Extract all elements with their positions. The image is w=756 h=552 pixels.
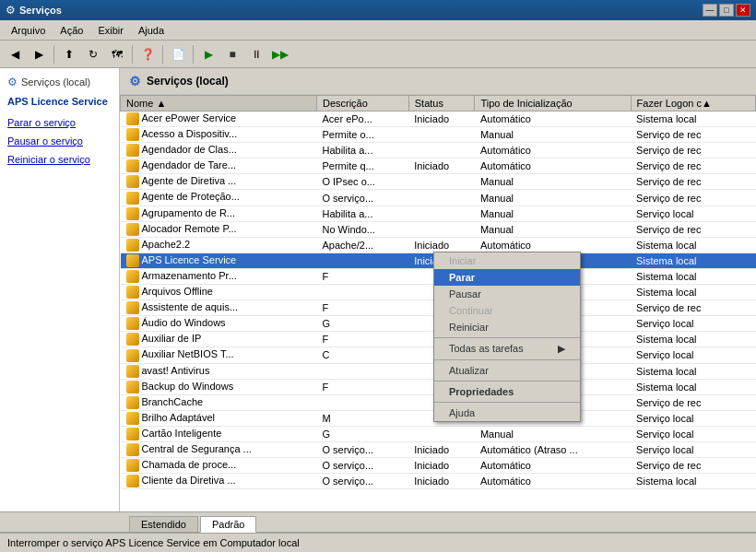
col-tipo[interactable]: Tipo de Inicialização <box>475 96 631 112</box>
cell-desc: O serviço... <box>316 458 408 474</box>
cell-desc: M <box>316 410 408 426</box>
minimize-button[interactable]: — <box>703 4 717 17</box>
right-header-title: Serviços (local) <box>147 75 229 88</box>
table-row[interactable]: Central de Segurança ...O serviço...Inic… <box>121 441 756 457</box>
table-row[interactable]: Cartão InteligenteGManualServiço local <box>121 426 756 441</box>
cell-logon: Sistema local <box>631 332 755 347</box>
col-logon[interactable]: Fazer Logon c▲ <box>631 96 755 112</box>
cell-logon: Serviço de rec <box>631 174 755 190</box>
tab-padrao[interactable]: Padrão <box>200 516 256 533</box>
col-nome[interactable]: Nome ▲ <box>121 96 317 112</box>
context-menu-item[interactable]: Reiniciar <box>434 319 580 335</box>
export-button[interactable]: 📄 <box>167 44 189 65</box>
stop-service-link[interactable]: Parar o serviço <box>7 114 112 133</box>
cell-status <box>408 143 475 159</box>
table-row[interactable]: Agente de Diretiva ...O IPsec o...Manual… <box>121 174 756 190</box>
cell-logon: Sistema local <box>631 253 755 268</box>
table-row[interactable]: Acesso a Dispositiv...Permite o...Manual… <box>121 127 756 143</box>
stop-button[interactable]: ■ <box>221 44 243 65</box>
cell-desc: Acer ePo... <box>316 112 408 127</box>
context-menu: IniciarPararPausarContinuarReiniciarToda… <box>433 252 581 422</box>
table-row[interactable]: Agendador de Clas...Habilita a...Automát… <box>121 143 756 159</box>
cell-name: Agendador de Tare... <box>121 159 317 174</box>
maximize-button[interactable]: □ <box>719 4 734 17</box>
table-row[interactable]: Cliente da Diretiva ...O serviço...Inici… <box>121 474 756 489</box>
cell-name: Backup do Windows <box>121 379 317 394</box>
toolbar-separator-3 <box>162 45 163 64</box>
title-bar: ⚙ Serviços — □ ✕ <box>0 0 756 20</box>
cell-name: Armazenamento Pr... <box>121 268 317 284</box>
cell-logon: Serviço de rec <box>631 221 755 237</box>
cell-init: Manual <box>475 426 631 441</box>
up-button[interactable]: ⬆ <box>58 44 80 65</box>
context-menu-item[interactable]: Todas as tarefas▶ <box>434 340 580 358</box>
cell-init: Manual <box>475 174 631 190</box>
left-panel-title: ⚙ Serviços (local) <box>7 76 112 88</box>
table-row[interactable]: Agendador de Tare...Permite q...Iniciado… <box>121 159 756 174</box>
table-container[interactable]: Nome ▲ Descrição Status Tipo de Iniciali… <box>120 95 756 511</box>
cell-desc: F <box>316 300 408 316</box>
toolbar-separator-2 <box>132 45 133 64</box>
context-menu-separator <box>434 402 580 403</box>
col-descricao[interactable]: Descrição <box>316 96 408 112</box>
cell-name: Cartão Inteligente <box>121 426 317 441</box>
cell-status <box>408 127 475 143</box>
pause-button[interactable]: ⏸ <box>245 44 267 65</box>
menu-arquivo[interactable]: Arquivo <box>4 23 53 38</box>
table-row[interactable]: Apache2.2Apache/2...IniciadoAutomáticoSi… <box>121 237 756 253</box>
menu-bar: Arquivo Ação Exibir Ajuda <box>0 20 756 41</box>
restart-service-link[interactable]: Reiniciar o serviço <box>7 151 112 170</box>
cell-desc: Habilita a... <box>316 206 408 221</box>
cell-logon: Serviço local <box>631 206 755 221</box>
cell-desc: Apache/2... <box>316 237 408 253</box>
selected-service-name: APS Licence Service <box>7 96 112 107</box>
table-row[interactable]: Agrupamento de R...Habilita a...ManualSe… <box>121 206 756 221</box>
cell-status: Iniciado <box>408 237 475 253</box>
cell-logon: Sistema local <box>631 268 755 284</box>
help-button[interactable]: ❓ <box>136 44 159 65</box>
context-menu-item[interactable]: Parar <box>434 269 580 286</box>
left-links: Parar o serviço Pausar o serviço Reinici… <box>7 114 112 169</box>
cell-name: Acesso a Dispositiv... <box>121 127 317 143</box>
cell-desc: O serviço... <box>316 441 408 457</box>
context-menu-item[interactable]: Ajuda <box>434 405 580 421</box>
cell-status <box>408 206 475 221</box>
context-menu-item: Iniciar <box>434 253 580 269</box>
cell-name: Cliente da Diretiva ... <box>121 474 317 489</box>
cell-init: Manual <box>475 127 631 143</box>
context-menu-item[interactable]: Propriedades <box>434 383 580 400</box>
play-button[interactable]: ▶ <box>197 44 219 65</box>
refresh-button[interactable]: ↻ <box>82 44 104 65</box>
cell-init: Automático (Atraso ... <box>475 441 631 457</box>
cell-desc <box>316 363 408 379</box>
table-row[interactable]: Agente de Proteção...O serviço...ManualS… <box>121 190 756 206</box>
table-row[interactable]: Alocador Remote P...No Windo...ManualSer… <box>121 221 756 237</box>
back-button[interactable]: ◀ <box>4 44 26 65</box>
title-bar-left: ⚙ Serviços <box>6 4 62 17</box>
context-menu-item[interactable]: Pausar <box>434 286 580 302</box>
restart-button[interactable]: ▶▶ <box>269 44 291 65</box>
menu-acao[interactable]: Ação <box>53 23 90 38</box>
cell-init: Manual <box>475 221 631 237</box>
cell-name: Arquivos Offline <box>121 285 317 300</box>
cell-init: Automático <box>475 458 631 474</box>
close-button[interactable]: ✕ <box>736 4 750 17</box>
context-menu-item[interactable]: Atualizar <box>434 362 580 379</box>
cell-init: Manual <box>475 190 631 206</box>
window-icon: ⚙ <box>6 4 16 17</box>
cell-desc: O serviço... <box>316 190 408 206</box>
cell-name: APS Licence Service <box>121 253 317 268</box>
cell-name: Agente de Diretiva ... <box>121 174 317 190</box>
pause-service-link[interactable]: Pausar o serviço <box>7 133 112 151</box>
cell-name: Assistente de aquis... <box>121 300 317 316</box>
tab-estendido[interactable]: Estendido <box>129 516 198 532</box>
toolbar: ◀ ▶ ⬆ ↻ 🗺 ❓ 📄 ▶ ■ ⏸ ▶▶ <box>0 41 756 68</box>
cell-logon: Sistema local <box>631 363 755 379</box>
menu-ajuda[interactable]: Ajuda <box>131 23 171 38</box>
table-row[interactable]: Acer ePower ServiceAcer ePo...IniciadoAu… <box>121 112 756 127</box>
map-button[interactable]: 🗺 <box>106 44 128 65</box>
col-status[interactable]: Status <box>408 96 475 112</box>
table-row[interactable]: Chamada de proce...O serviço...IniciadoA… <box>121 458 756 474</box>
menu-exibir[interactable]: Exibir <box>90 23 131 38</box>
forward-button[interactable]: ▶ <box>28 44 50 65</box>
